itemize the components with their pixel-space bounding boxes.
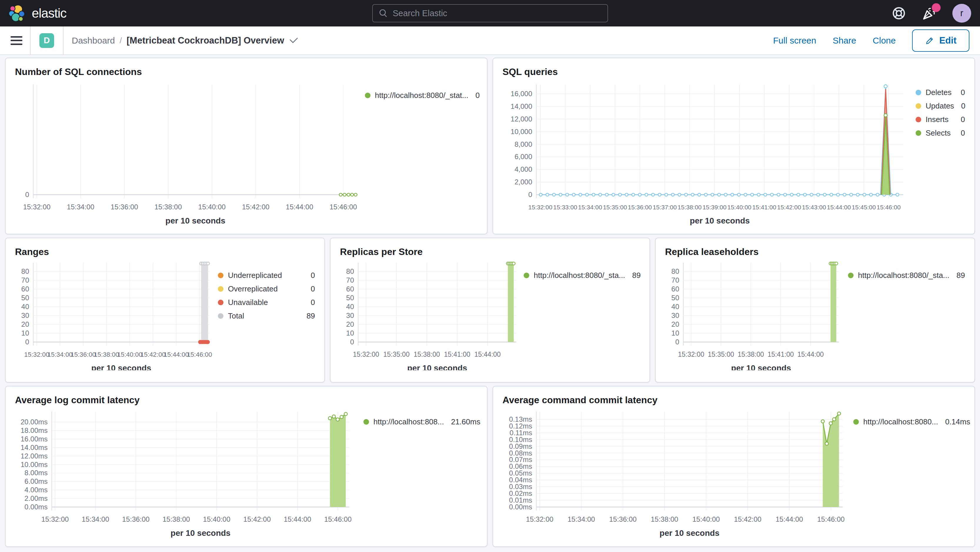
- brand-text: elastic: [32, 6, 67, 21]
- svg-text:4,000: 4,000: [515, 165, 532, 173]
- svg-text:40: 40: [346, 302, 354, 310]
- svg-text:60: 60: [346, 285, 354, 293]
- svg-text:15:45:00: 15:45:00: [852, 204, 876, 210]
- svg-text:16.00ms: 16.00ms: [21, 435, 48, 443]
- global-search[interactable]: [372, 4, 608, 22]
- page-header: D Dashboard / [Metricbeat CockroachDB] O…: [0, 27, 980, 55]
- panel-sql-queries[interactable]: SQL queries 15:32:0015:33:0015:34:0015:3…: [493, 58, 975, 234]
- legend-swatch: [365, 93, 371, 98]
- svg-text:80: 80: [671, 267, 679, 275]
- legend-item-unavailable[interactable]: Unavailable0: [218, 298, 315, 307]
- newsfeed-party-popper-icon[interactable]: [922, 6, 937, 21]
- search-input[interactable]: [393, 8, 601, 18]
- legend-swatch: [853, 419, 859, 425]
- svg-text:10: 10: [671, 329, 679, 337]
- panel-title: Replica leaseholders: [665, 247, 965, 257]
- svg-text:6.00ms: 6.00ms: [24, 477, 48, 485]
- panel-title: Replicas per Store: [340, 247, 640, 257]
- svg-text:15:44:00: 15:44:00: [284, 515, 311, 523]
- chart-replica-leaseholders[interactable]: 15:32:0015:35:0015:38:0015:41:0015:44:00…: [665, 259, 846, 371]
- svg-text:70: 70: [346, 276, 354, 284]
- svg-text:20: 20: [346, 320, 354, 328]
- legend-label: Total: [228, 312, 244, 321]
- help-lifebuoy-icon[interactable]: [891, 6, 907, 21]
- breadcrumb-separator: /: [120, 36, 122, 45]
- svg-text:40: 40: [671, 302, 679, 310]
- legend-value: 0: [304, 298, 315, 307]
- legend-item-inserts[interactable]: Inserts0: [916, 115, 965, 124]
- svg-text:80: 80: [21, 267, 29, 275]
- full-screen-button[interactable]: Full screen: [773, 36, 816, 46]
- breadcrumb: Dashboard / [Metricbeat CockroachDB] Ove…: [72, 35, 298, 46]
- svg-text:15:42:00: 15:42:00: [140, 351, 165, 358]
- chart-ranges[interactable]: 15:32:0015:34:0015:36:0015:38:0015:40:00…: [15, 259, 217, 371]
- svg-text:80: 80: [346, 267, 354, 275]
- svg-text:10: 10: [346, 329, 354, 337]
- legend-label: http://localhost:808...: [374, 417, 444, 426]
- dashboard-app-badge[interactable]: D: [40, 33, 54, 48]
- clone-button[interactable]: Clone: [873, 36, 896, 46]
- panel-replica-leaseholders[interactable]: Replica leaseholders 15:32:0015:35:0015:…: [655, 238, 975, 383]
- legend-item-http-localhost-8080-stat-[interactable]: http://localhost:8080/_stat...0: [365, 91, 480, 100]
- breadcrumb-dashboard-link[interactable]: Dashboard: [72, 36, 115, 46]
- legend-item-deletes[interactable]: Deletes0: [916, 88, 965, 97]
- svg-text:15:44:00: 15:44:00: [474, 350, 501, 358]
- legend-label: Deletes: [926, 88, 951, 97]
- user-avatar[interactable]: r: [952, 4, 971, 23]
- chevron-down-icon: [290, 37, 298, 44]
- svg-text:15:32:00: 15:32:00: [24, 351, 49, 358]
- svg-text:30: 30: [346, 312, 354, 320]
- legend-swatch: [916, 90, 921, 95]
- panel-title: Ranges: [15, 247, 315, 257]
- legend-item-http-localhost-8080-[interactable]: http://localhost:8080...0.14ms: [853, 417, 965, 426]
- panel-replicas-per-store[interactable]: Replicas per Store 15:32:0015:35:0015:38…: [330, 238, 650, 383]
- svg-text:2.00ms: 2.00ms: [24, 494, 48, 502]
- svg-text:15:32:00: 15:32:00: [41, 515, 68, 523]
- svg-text:15:38:00: 15:38:00: [154, 203, 182, 211]
- svg-text:15:34:00: 15:34:00: [82, 515, 109, 523]
- legend-value: 0.14ms: [938, 417, 970, 426]
- chart-avg-command-commit-latency[interactable]: 15:32:0015:34:0015:36:0015:38:0015:40:00…: [503, 407, 851, 539]
- panel-ranges[interactable]: Ranges 15:32:0015:34:0015:36:0015:38:001…: [5, 238, 325, 383]
- chart-sql-queries[interactable]: 15:32:0015:33:0015:34:0015:35:0015:36:00…: [503, 78, 911, 227]
- svg-text:50: 50: [671, 294, 679, 302]
- edit-button[interactable]: Edit: [912, 29, 969, 52]
- svg-text:15:42:00: 15:42:00: [734, 515, 761, 523]
- chart-legend: http://localhost:8080...0.14ms: [853, 407, 965, 539]
- legend-item-total[interactable]: Total89: [218, 312, 315, 321]
- chart-legend: http://localhost:8080/_stat...0: [365, 78, 480, 227]
- svg-text:15:39:00: 15:39:00: [702, 204, 727, 210]
- chart-replicas-per-store[interactable]: 15:32:0015:35:0015:38:0015:41:0015:44:00…: [340, 259, 523, 371]
- share-button[interactable]: Share: [833, 36, 856, 46]
- svg-text:15:44:00: 15:44:00: [797, 350, 824, 358]
- svg-text:15:40:00: 15:40:00: [203, 515, 230, 523]
- panel-title: Number of SQL connections: [15, 67, 477, 77]
- legend-swatch: [916, 130, 921, 136]
- dashboard-title[interactable]: [Metricbeat CockroachDB] Overview: [127, 35, 298, 46]
- menu-hamburger-icon[interactable]: [11, 36, 22, 45]
- legend-item-selects[interactable]: Selects0: [916, 129, 965, 138]
- svg-text:10,000: 10,000: [511, 128, 532, 135]
- legend-value: 0: [304, 271, 315, 280]
- svg-text:15:42:00: 15:42:00: [242, 203, 269, 211]
- legend-item-http-localhost-8080-sta-[interactable]: http://localhost:8080/_sta...89: [523, 271, 641, 280]
- legend-item-overreplicated[interactable]: Overreplicated0: [218, 285, 315, 293]
- legend-item-http-localhost-8080-sta-[interactable]: http://localhost:8080/_sta...89: [848, 271, 965, 280]
- svg-text:15:40:00: 15:40:00: [727, 204, 751, 210]
- elastic-logo[interactable]: elastic: [9, 5, 67, 22]
- svg-text:2,000: 2,000: [515, 178, 532, 186]
- chart-sql-connections[interactable]: 15:32:0015:34:0015:36:0015:38:0015:40:00…: [15, 78, 365, 227]
- chart-avg-log-commit-latency[interactable]: 15:32:0015:34:0015:36:0015:38:0015:40:00…: [15, 407, 358, 539]
- dashboard-title-text: [Metricbeat CockroachDB] Overview: [127, 35, 284, 46]
- svg-text:15:34:00: 15:34:00: [67, 203, 94, 211]
- panel-avg-log-commit-latency[interactable]: Average log commit latency 15:32:0015:34…: [5, 386, 487, 547]
- legend-item-underreplicated[interactable]: Underreplicated0: [218, 271, 315, 280]
- panel-avg-command-commit-latency[interactable]: Average command commit latency 15:32:001…: [493, 386, 975, 547]
- legend-label: http://localhost:8080/_sta...: [858, 271, 950, 280]
- legend-item-updates[interactable]: Updates0: [916, 102, 965, 111]
- panel-sql-connections[interactable]: Number of SQL connections 15:32:0015:34:…: [5, 58, 487, 234]
- legend-value: 0: [304, 285, 315, 293]
- panel-title: SQL queries: [503, 67, 965, 77]
- legend-item-http-localhost-808-[interactable]: http://localhost:808...21.60ms: [363, 417, 477, 426]
- svg-text:15:34:00: 15:34:00: [578, 204, 602, 210]
